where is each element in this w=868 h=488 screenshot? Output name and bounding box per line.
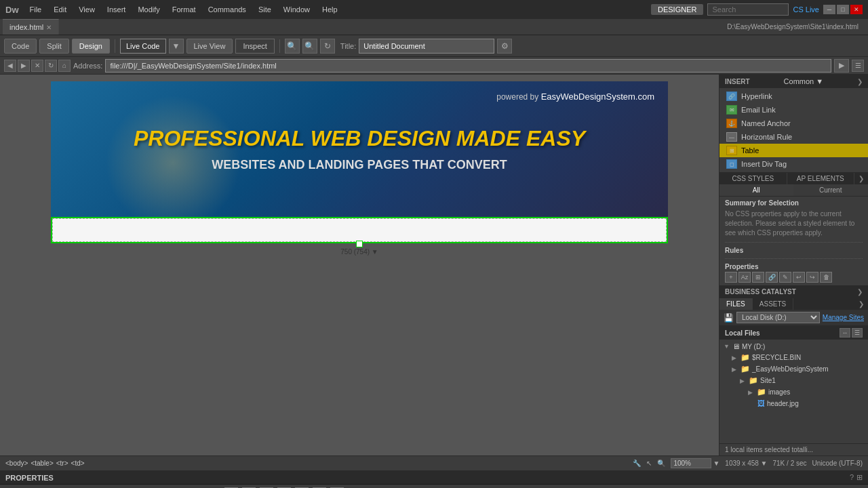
css-edit-icon[interactable]: ✎ [779, 272, 791, 283]
tree-item-my-d[interactable]: ▼ 🖥 MY (D:) [719, 341, 868, 352]
breadcrumb-body[interactable]: <body> [5, 460, 28, 467]
design-canvas[interactable]: powered by EasyWebDesignSystem.com PROFE… [51, 81, 668, 243]
insert-table[interactable]: ⊞ Table [719, 144, 868, 157]
file-tab[interactable]: index.html ✕ [3, 19, 59, 35]
zoom-in-icon[interactable]: 🔍 [285, 39, 300, 54]
div-tag-icon: ◻ [726, 159, 737, 169]
panel-collapse-icon[interactable]: ❯ [857, 78, 863, 85]
code-button[interactable]: Code [4, 39, 37, 54]
breadcrumb-td[interactable]: <td> [71, 460, 85, 467]
address-input[interactable] [105, 59, 831, 73]
search-input[interactable] [707, 3, 789, 16]
lf-options-icon[interactable]: ☰ [852, 328, 863, 338]
design-button[interactable]: Design [72, 39, 110, 54]
zoom-input[interactable] [671, 458, 711, 468]
designer-button[interactable]: DESIGNER [651, 4, 703, 15]
breadcrumb-table[interactable]: <table> [31, 460, 53, 467]
status-zoom-icon[interactable]: 🔍 [657, 460, 665, 467]
tree-item-easywebdesign[interactable]: ▶ 📁 _EasyWebDesignSystem [728, 363, 868, 375]
menu-file[interactable]: File [24, 4, 47, 15]
bc-panel-icon[interactable]: ❯ [857, 288, 863, 296]
home-button[interactable]: ⌂ [58, 60, 71, 72]
title-input[interactable] [359, 39, 494, 54]
menu-format[interactable]: Format [167, 4, 201, 15]
toggle-my-d[interactable]: ▼ [724, 343, 730, 350]
cs-live-button[interactable]: CS Live [793, 5, 819, 14]
minimize-button[interactable]: ─ [823, 5, 835, 14]
toggle-easywebdesign[interactable]: ▶ [732, 366, 738, 373]
forward-button[interactable]: ▶ [18, 60, 30, 72]
title-field-label: Title: [340, 42, 356, 50]
ap-elements-tab[interactable]: AP ELEMENTS [787, 173, 855, 184]
insert-hyperlink[interactable]: 🔗 Hyperlink [719, 89, 868, 103]
split-button[interactable]: Split [39, 39, 68, 54]
dimensions-label: 1039 x 458 ▼ [725, 460, 767, 467]
files-panel-icon[interactable]: ❯ [854, 298, 868, 310]
menu-commands[interactable]: Commands [203, 4, 252, 15]
css-az-icon[interactable]: Az [738, 272, 751, 283]
common-dropdown[interactable]: Common ▼ [784, 77, 824, 85]
menu-help[interactable]: Help [317, 4, 343, 15]
disk-select[interactable]: Local Disk (D:) [736, 312, 820, 323]
files-tab[interactable]: FILES [719, 298, 753, 310]
selection-row[interactable] [52, 218, 667, 242]
tree-item-images[interactable]: ▶ 📁 images [744, 386, 868, 398]
tab-close-icon[interactable]: ✕ [46, 24, 52, 31]
insert-email-link[interactable]: ✉ Email Link [719, 103, 868, 117]
address-options-icon[interactable]: ☰ [852, 60, 864, 72]
live-code-arrow-icon[interactable]: ▼ [169, 39, 184, 54]
all-tab[interactable]: All [719, 184, 794, 196]
breadcrumb-tr[interactable]: <tr> [56, 460, 68, 467]
zoom-out-icon[interactable]: 🔍 [302, 39, 317, 54]
assets-tab[interactable]: ASSETS [753, 298, 793, 310]
menu-view[interactable]: View [73, 4, 100, 15]
menu-site[interactable]: Site [253, 4, 277, 15]
maximize-button[interactable]: □ [837, 5, 849, 14]
current-tab[interactable]: Current [794, 184, 869, 196]
css-delete-icon[interactable]: 🗑 [820, 272, 832, 283]
menu-window[interactable]: Window [278, 4, 315, 15]
breadcrumb: <body> <table> <tr> <td> [5, 460, 85, 467]
menu-modify[interactable]: Modify [132, 4, 165, 15]
back-button[interactable]: ◀ [4, 60, 16, 72]
css-add-icon[interactable]: + [725, 272, 737, 283]
insert-horizontal-rule[interactable]: — Horizontal Rule [719, 130, 868, 144]
tree-item-header-jpg[interactable]: 🖼 header.jpg [719, 398, 868, 409]
props-header: PROPERTIES ? ⊞ [0, 471, 868, 485]
refresh-nav-button[interactable]: ↻ [45, 60, 57, 72]
props-help-icon[interactable]: ? [850, 473, 854, 482]
manage-sites-link[interactable]: Manage Sites [823, 314, 864, 321]
status-tools-icon[interactable]: 🔧 [633, 460, 641, 467]
selected-element[interactable]: 750 (754) ▼ [51, 217, 668, 243]
css-panel-icon[interactable]: ❯ [854, 173, 868, 184]
css-link-icon[interactable]: 🔗 [766, 272, 778, 283]
menu-insert[interactable]: Insert [102, 4, 132, 15]
status-select-icon[interactable]: ↖ [646, 460, 652, 467]
stop-button[interactable]: ✕ [31, 60, 43, 72]
live-code-button[interactable]: Live Code [120, 39, 166, 54]
css-undo-icon[interactable]: ↩ [793, 272, 805, 283]
toolbar: Code Split Design Live Code ▼ Live View … [0, 35, 868, 57]
insert-div-tag[interactable]: ◻ Insert Div Tag [719, 157, 868, 171]
address-go-icon[interactable]: ▶ [834, 59, 849, 73]
inspect-button[interactable]: Inspect [235, 39, 274, 54]
toggle-site1[interactable]: ▶ [740, 378, 747, 384]
tree-item-recycle[interactable]: ▶ 📁 $RECYCLE.BIN [728, 352, 868, 363]
refresh-icon[interactable]: ↻ [320, 39, 335, 54]
live-view-button[interactable]: Live View [186, 39, 233, 54]
css-styles-tab[interactable]: CSS STYLES [719, 173, 787, 184]
css-redo-icon[interactable]: ↪ [806, 272, 818, 283]
tree-item-site1[interactable]: ▶ 📁 Site1 [736, 375, 868, 386]
selection-handle[interactable] [356, 241, 363, 247]
css-sort-icon[interactable]: ⊞ [752, 272, 764, 283]
close-button[interactable]: ✕ [850, 5, 863, 14]
zoom-dropdown-icon[interactable]: ▼ [713, 460, 719, 467]
menu-edit[interactable]: Edit [48, 4, 72, 15]
window-controls: ─ □ ✕ [823, 5, 863, 14]
toggle-images[interactable]: ▶ [748, 389, 755, 396]
props-expand-icon[interactable]: ⊞ [856, 473, 863, 482]
toggle-recycle[interactable]: ▶ [732, 354, 738, 361]
insert-named-anchor[interactable]: ⚓ Named Anchor [719, 117, 868, 130]
title-icon[interactable]: ⚙ [497, 39, 512, 54]
lf-expand-icon[interactable]: ↔ [840, 328, 850, 338]
